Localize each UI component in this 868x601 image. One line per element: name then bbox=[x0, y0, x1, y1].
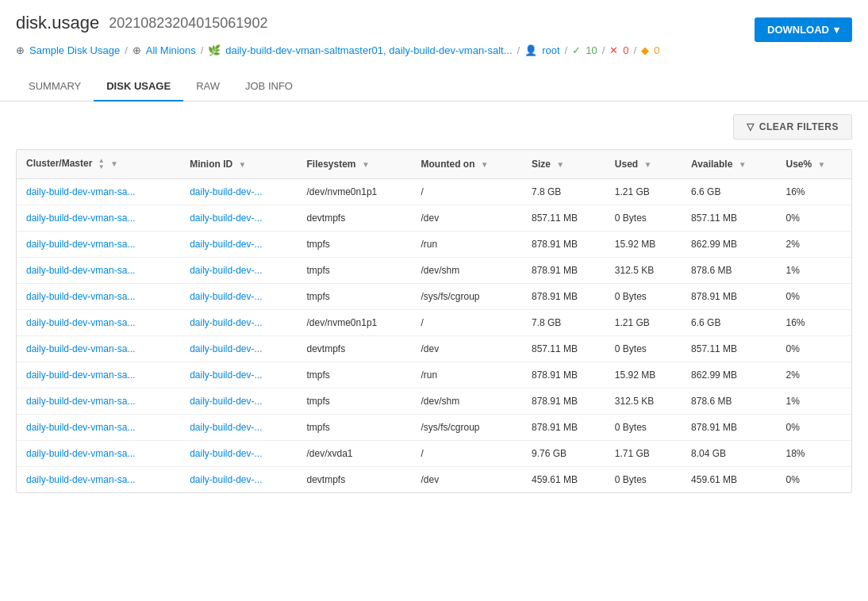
cell-size: 857.11 MB bbox=[522, 205, 605, 232]
toolbar: ▽ CLEAR FILTERS bbox=[16, 114, 852, 140]
leaf-icon: 🌿 bbox=[208, 44, 221, 56]
cell-cluster[interactable]: daily-build-dev-vman-sa... bbox=[17, 205, 180, 232]
cell-use_pct: 0% bbox=[776, 336, 851, 362]
cell-size: 878.91 MB bbox=[522, 389, 605, 415]
cell-size: 878.91 MB bbox=[522, 284, 605, 310]
cell-size: 7.8 GB bbox=[522, 179, 605, 205]
breadcrumb: ⊕ Sample Disk Usage / ⊕ All Minions / 🌿 … bbox=[16, 41, 755, 59]
cell-minion_id[interactable]: daily-build-dev-... bbox=[180, 441, 297, 467]
cell-available: 8.04 GB bbox=[682, 441, 776, 467]
tab-job-info[interactable]: JOB INFO bbox=[232, 72, 305, 101]
col-mounted-on[interactable]: Mounted on ▼ bbox=[411, 150, 522, 179]
compass-icon-2: ⊕ bbox=[133, 44, 141, 56]
cell-size: 9.76 GB bbox=[522, 441, 605, 467]
table-row: daily-build-dev-vman-sa...daily-build-de… bbox=[17, 284, 851, 310]
cell-minion_id[interactable]: daily-build-dev-... bbox=[180, 389, 297, 415]
cell-minion_id[interactable]: daily-build-dev-... bbox=[180, 310, 297, 336]
cell-used: 312.5 KB bbox=[605, 389, 682, 415]
col-available[interactable]: Available ▼ bbox=[682, 150, 776, 179]
cell-cluster[interactable]: daily-build-dev-vman-sa... bbox=[17, 389, 180, 415]
tab-summary[interactable]: SUMMARY bbox=[16, 72, 94, 101]
cell-cluster[interactable]: daily-build-dev-vman-sa... bbox=[17, 310, 180, 336]
tab-disk-usage[interactable]: DISK USAGE bbox=[94, 72, 183, 101]
cell-available: 857.11 MB bbox=[682, 336, 776, 362]
breadcrumb-minion-hosts[interactable]: daily-build-dev-vman-saltmaster01, daily… bbox=[225, 44, 512, 56]
col-filesystem[interactable]: Filesystem ▼ bbox=[298, 150, 412, 179]
page-title: disk.usage bbox=[16, 13, 99, 33]
table-row: daily-build-dev-vman-sa...daily-build-de… bbox=[17, 258, 851, 284]
filter-icon-usepct: ▼ bbox=[818, 160, 826, 169]
cell-available: 878.91 MB bbox=[682, 284, 776, 310]
table-row: daily-build-dev-vman-sa...daily-build-de… bbox=[17, 205, 851, 232]
cell-filesystem: /dev/nvme0n1p1 bbox=[298, 310, 412, 336]
cell-available: 862.99 MB bbox=[682, 362, 776, 389]
cell-cluster[interactable]: daily-build-dev-vman-sa... bbox=[17, 336, 180, 362]
cell-used: 0 Bytes bbox=[605, 336, 682, 362]
download-button[interactable]: DOWNLOAD ▾ bbox=[755, 17, 852, 42]
cell-minion_id[interactable]: daily-build-dev-... bbox=[180, 205, 297, 232]
job-id: 20210823204015061902 bbox=[109, 15, 267, 32]
tab-bar: SUMMARY DISK USAGE RAW JOB INFO bbox=[0, 72, 868, 101]
cell-mounted_on: /run bbox=[411, 362, 522, 389]
cell-used: 1.21 GB bbox=[605, 179, 682, 205]
cell-size: 878.91 MB bbox=[522, 362, 605, 389]
cell-mounted_on: /run bbox=[411, 232, 522, 258]
cell-cluster[interactable]: daily-build-dev-vman-sa... bbox=[17, 179, 180, 205]
filter-icon-mounted: ▼ bbox=[481, 160, 489, 169]
col-used[interactable]: Used ▼ bbox=[605, 150, 682, 179]
sort-icons-cluster: ▲▼ bbox=[98, 158, 105, 170]
cell-size: 878.91 MB bbox=[522, 258, 605, 284]
tab-raw[interactable]: RAW bbox=[183, 72, 232, 101]
cell-cluster[interactable]: daily-build-dev-vman-sa... bbox=[17, 362, 180, 389]
cell-use_pct: 18% bbox=[776, 441, 851, 467]
cell-minion_id[interactable]: daily-build-dev-... bbox=[180, 336, 297, 362]
cell-size: 878.91 MB bbox=[522, 232, 605, 258]
data-table: Cluster/Master ▲▼ ▼ Minion ID ▼ Filesyst… bbox=[16, 149, 852, 493]
status-err-count: 0 bbox=[623, 44, 628, 56]
cell-use_pct: 0% bbox=[776, 415, 851, 441]
cell-minion_id[interactable]: daily-build-dev-... bbox=[180, 415, 297, 441]
cell-minion_id[interactable]: daily-build-dev-... bbox=[180, 284, 297, 310]
cell-use_pct: 2% bbox=[776, 362, 851, 389]
col-size[interactable]: Size ▼ bbox=[522, 150, 605, 179]
filter-icon-minion: ▼ bbox=[238, 160, 246, 169]
cell-use_pct: 0% bbox=[776, 205, 851, 232]
cell-available: 878.6 MB bbox=[682, 258, 776, 284]
cell-cluster[interactable]: daily-build-dev-vman-sa... bbox=[17, 467, 180, 493]
col-minion-id[interactable]: Minion ID ▼ bbox=[180, 150, 297, 179]
cell-used: 0 Bytes bbox=[605, 467, 682, 493]
cell-cluster[interactable]: daily-build-dev-vman-sa... bbox=[17, 415, 180, 441]
cell-minion_id[interactable]: daily-build-dev-... bbox=[180, 232, 297, 258]
cell-used: 1.71 GB bbox=[605, 441, 682, 467]
cell-cluster[interactable]: daily-build-dev-vman-sa... bbox=[17, 232, 180, 258]
chevron-down-icon: ▾ bbox=[834, 24, 839, 36]
cell-used: 0 Bytes bbox=[605, 415, 682, 441]
cell-minion_id[interactable]: daily-build-dev-... bbox=[180, 362, 297, 389]
cell-available: 6.6 GB bbox=[682, 179, 776, 205]
cell-minion_id[interactable]: daily-build-dev-... bbox=[180, 467, 297, 493]
col-cluster-master[interactable]: Cluster/Master ▲▼ ▼ bbox=[17, 150, 180, 179]
cell-cluster[interactable]: daily-build-dev-vman-sa... bbox=[17, 284, 180, 310]
cell-available: 857.11 MB bbox=[682, 205, 776, 232]
cell-cluster[interactable]: daily-build-dev-vman-sa... bbox=[17, 441, 180, 467]
table-row: daily-build-dev-vman-sa...daily-build-de… bbox=[17, 232, 851, 258]
cell-used: 15.92 MB bbox=[605, 362, 682, 389]
table-row: daily-build-dev-vman-sa...daily-build-de… bbox=[17, 415, 851, 441]
col-use-pct[interactable]: Use% ▼ bbox=[776, 150, 851, 179]
cell-minion_id[interactable]: daily-build-dev-... bbox=[180, 179, 297, 205]
cell-filesystem: tmpfs bbox=[298, 284, 412, 310]
breadcrumb-all-minions[interactable]: All Minions bbox=[146, 44, 196, 56]
cell-cluster[interactable]: daily-build-dev-vman-sa... bbox=[17, 258, 180, 284]
breadcrumb-user[interactable]: root bbox=[542, 44, 559, 56]
breadcrumb-sample[interactable]: Sample Disk Usage bbox=[29, 44, 120, 56]
filter-icon-cluster: ▼ bbox=[110, 159, 118, 168]
download-label: DOWNLOAD bbox=[767, 24, 829, 36]
cell-mounted_on: / bbox=[411, 441, 522, 467]
diamond-icon: ◆ bbox=[641, 44, 649, 56]
cell-mounted_on: /dev bbox=[411, 205, 522, 232]
cell-mounted_on: /dev bbox=[411, 467, 522, 493]
clear-filters-button[interactable]: ▽ CLEAR FILTERS bbox=[733, 114, 852, 140]
cell-minion_id[interactable]: daily-build-dev-... bbox=[180, 258, 297, 284]
user-icon: 👤 bbox=[524, 44, 537, 56]
table-row: daily-build-dev-vman-sa...daily-build-de… bbox=[17, 336, 851, 362]
